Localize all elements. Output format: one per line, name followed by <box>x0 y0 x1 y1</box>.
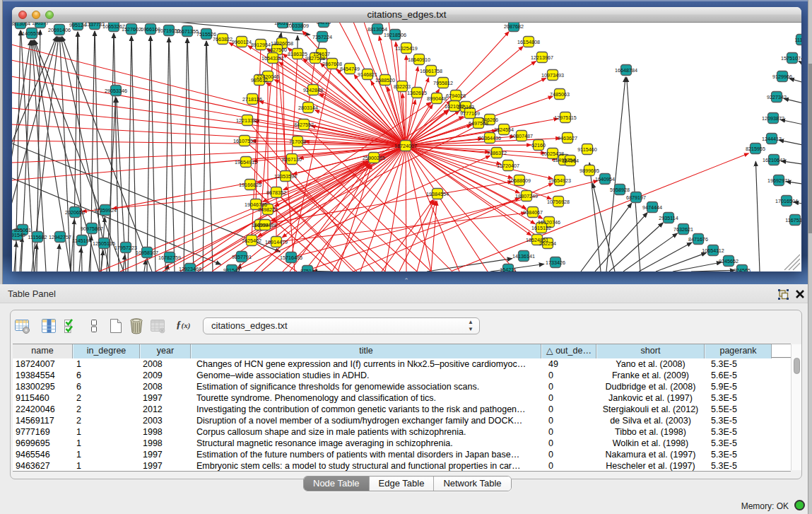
svg-text:19384554: 19384554 <box>426 191 449 197</box>
svg-text:18724007: 18724007 <box>394 143 417 149</box>
svg-text:9146821: 9146821 <box>358 71 377 78</box>
svg-text:7632621: 7632621 <box>673 226 693 233</box>
svg-text:19218506: 19218506 <box>384 32 406 38</box>
svg-text:1244413: 1244413 <box>762 136 782 142</box>
svg-text:6879197: 6879197 <box>626 194 646 201</box>
svg-text:184964: 184964 <box>562 158 579 164</box>
svg-text:10025438: 10025438 <box>541 151 564 157</box>
svg-text:1527602: 1527602 <box>122 26 141 33</box>
svg-text:3824554: 3824554 <box>494 127 514 133</box>
svg-text:17957223: 17957223 <box>114 245 137 251</box>
svg-text:9129966: 9129966 <box>772 74 792 80</box>
svg-text:9227342: 9227342 <box>767 94 787 100</box>
svg-text:9084067: 9084067 <box>523 209 543 216</box>
svg-text:16154808: 16154808 <box>517 39 540 45</box>
svg-text:11173: 11173 <box>795 37 801 43</box>
svg-text:20691406: 20691406 <box>48 27 71 33</box>
svg-text:2803144: 2803144 <box>298 105 318 111</box>
svg-text:19692971: 19692971 <box>767 177 790 184</box>
svg-text:17359924: 17359924 <box>94 207 117 214</box>
svg-text:9857791: 9857791 <box>232 254 252 260</box>
svg-text:245163: 245163 <box>457 104 474 110</box>
svg-text:10033809: 10033809 <box>286 23 309 29</box>
svg-text:16648784: 16648784 <box>615 67 637 74</box>
svg-text:19166825: 19166825 <box>239 182 261 188</box>
svg-text:252254: 252254 <box>539 240 556 247</box>
svg-text:2718126: 2718126 <box>242 96 262 103</box>
svg-text:12923468: 12923468 <box>179 266 201 272</box>
svg-text:190377: 190377 <box>32 23 49 26</box>
svg-text:84213: 84213 <box>317 23 331 25</box>
svg-text:8215955: 8215955 <box>746 146 765 152</box>
svg-text:1145194: 1145194 <box>72 238 91 244</box>
svg-text:1115682: 1115682 <box>28 234 47 240</box>
svg-text:9777169: 9777169 <box>460 110 480 117</box>
svg-text:19654923: 19654923 <box>548 177 571 184</box>
svg-text:9463627: 9463627 <box>558 135 577 141</box>
svg-text:8267130: 8267130 <box>282 156 302 163</box>
svg-text:12505135: 12505135 <box>93 240 115 247</box>
svg-text:1640954: 1640954 <box>595 176 615 182</box>
svg-text:717008: 717008 <box>289 139 306 145</box>
svg-text:7386372: 7386372 <box>487 150 507 156</box>
svg-text:9960124: 9960124 <box>232 39 252 45</box>
svg-text:16107553: 16107553 <box>233 138 256 144</box>
svg-text:15716485: 15716485 <box>280 255 302 261</box>
svg-text:7357224: 7357224 <box>312 34 332 40</box>
svg-text:29053346: 29053346 <box>105 88 127 94</box>
svg-text:1167534: 1167534 <box>785 217 801 223</box>
svg-text:12213967: 12213967 <box>531 54 553 61</box>
svg-text:20364436: 20364436 <box>478 135 501 141</box>
svg-text:1733426: 1733426 <box>546 259 565 266</box>
svg-text:17016504: 17016504 <box>775 198 798 204</box>
svg-text:1405572: 1405572 <box>22 30 42 37</box>
svg-text:9242848: 9242848 <box>303 87 323 93</box>
svg-text:2935114: 2935114 <box>659 215 678 221</box>
svg-text:931542: 931542 <box>223 267 240 272</box>
svg-text:8454749: 8454749 <box>340 66 360 72</box>
svg-text:16543382: 16543382 <box>261 55 284 62</box>
svg-text:16671355: 16671355 <box>176 28 199 35</box>
svg-text:9899695: 9899695 <box>579 168 599 174</box>
svg-text:832203: 832203 <box>394 83 411 90</box>
svg-text:8471676: 8471676 <box>688 236 708 243</box>
svg-text:11325419: 11325419 <box>395 45 417 52</box>
svg-text:2867608: 2867608 <box>322 61 342 67</box>
svg-text:10973493: 10973493 <box>541 72 564 78</box>
svg-text:7663822: 7663822 <box>213 36 233 42</box>
svg-text:10654112: 10654112 <box>702 247 724 254</box>
svg-text:19654915: 19654915 <box>235 159 257 165</box>
svg-text:10756928: 10756928 <box>547 199 570 205</box>
svg-text:13226058: 13226058 <box>271 40 293 47</box>
svg-text:9474444: 9474444 <box>642 204 662 211</box>
svg-text:10807487: 10807487 <box>510 133 533 139</box>
svg-text:87514: 87514 <box>300 268 314 272</box>
svg-text:1362615: 1362615 <box>407 90 427 96</box>
svg-text:9115460: 9115460 <box>577 146 596 153</box>
svg-text:995124: 995124 <box>69 23 86 28</box>
svg-text:12093872: 12093872 <box>762 115 784 122</box>
svg-text:1588520: 1588520 <box>375 77 395 83</box>
svg-text:3498222: 3498222 <box>258 206 278 213</box>
svg-text:12975115: 12975115 <box>554 115 576 121</box>
svg-text:10958107: 10958107 <box>136 250 158 256</box>
svg-text:6497568: 6497568 <box>469 120 488 127</box>
svg-text:1615152: 1615152 <box>531 225 551 231</box>
svg-text:1337733: 1337733 <box>85 23 105 28</box>
svg-text:8813054: 8813054 <box>12 23 30 27</box>
svg-text:154211: 154211 <box>500 267 516 272</box>
svg-text:391549: 391549 <box>12 232 25 238</box>
svg-text:12353594: 12353594 <box>274 173 297 180</box>
svg-text:5958928: 5958928 <box>610 187 630 193</box>
svg-text:9827500: 9827500 <box>267 47 287 53</box>
svg-text:12213389: 12213389 <box>236 117 259 124</box>
svg-text:18640910: 18640910 <box>408 57 430 63</box>
svg-text:12942757: 12942757 <box>49 234 71 240</box>
svg-text:8990448: 8990448 <box>427 95 447 102</box>
svg-text:14099489: 14099489 <box>254 222 276 228</box>
svg-text:7485063: 7485063 <box>550 91 570 98</box>
svg-text:15751074: 15751074 <box>781 55 801 62</box>
svg-text:90975867: 90975867 <box>81 226 103 232</box>
svg-text:8678352: 8678352 <box>266 189 286 196</box>
svg-text:7955812: 7955812 <box>433 80 453 86</box>
